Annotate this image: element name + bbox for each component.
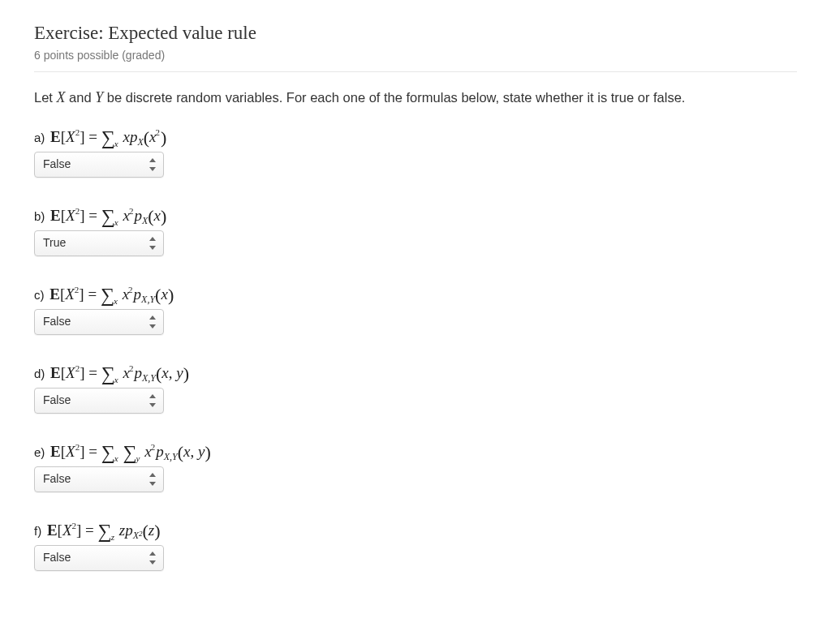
stepper-icon xyxy=(149,552,157,565)
exercise-subhead: 6 points possible (graded) xyxy=(34,49,797,62)
answer-select-e[interactable]: False xyxy=(34,466,164,492)
formula-f: f) E[X2] = ∑z zpX2(z) xyxy=(34,518,797,540)
divider xyxy=(34,71,797,72)
formula-c: c) E[X2] = ∑x x2pX,Y(x) xyxy=(34,282,797,304)
question-c: c) E[X2] = ∑x x2pX,Y(x) False xyxy=(34,282,797,350)
formula-e: e) E[X2] = ∑x ∑y x2pX,Y(x, y) xyxy=(34,440,797,462)
question-a: a) E[X2] = ∑x xpX(x2) False xyxy=(34,125,797,192)
formula-d: d) E[X2] = ∑x x2pX,Y(x, y) xyxy=(34,361,797,383)
answer-value: False xyxy=(43,551,71,564)
exercise-title: Exercise: Expected value rule xyxy=(34,23,797,44)
answer-select-f[interactable]: False xyxy=(34,545,164,571)
question-e: e) E[X2] = ∑x ∑y x2pX,Y(x, y) False xyxy=(34,440,797,507)
stepper-icon xyxy=(149,316,157,328)
answer-value: False xyxy=(43,472,71,485)
stepper-icon xyxy=(149,394,157,407)
answer-select-c[interactable]: False xyxy=(34,309,164,335)
answer-value: False xyxy=(43,315,71,328)
intro-text: Let X and Y be discrete random variables… xyxy=(34,87,797,109)
stepper-icon xyxy=(149,473,157,486)
formula-a: a) E[X2] = ∑x xpX(x2) xyxy=(34,125,797,147)
answer-select-d[interactable]: False xyxy=(34,388,164,414)
stepper-icon xyxy=(149,237,157,250)
answer-value: False xyxy=(43,393,71,406)
answer-value: True xyxy=(43,236,66,249)
answer-value: False xyxy=(43,157,71,170)
answer-select-b[interactable]: True xyxy=(34,230,164,256)
question-d: d) E[X2] = ∑x x2pX,Y(x, y) False xyxy=(34,361,797,428)
question-f: f) E[X2] = ∑z zpX2(z) False xyxy=(34,518,797,586)
answer-select-a[interactable]: False xyxy=(34,152,164,178)
question-b: b) E[X2] = ∑x x2pX(x) True xyxy=(34,204,797,271)
formula-b: b) E[X2] = ∑x x2pX(x) xyxy=(34,204,797,225)
stepper-icon xyxy=(149,158,157,171)
